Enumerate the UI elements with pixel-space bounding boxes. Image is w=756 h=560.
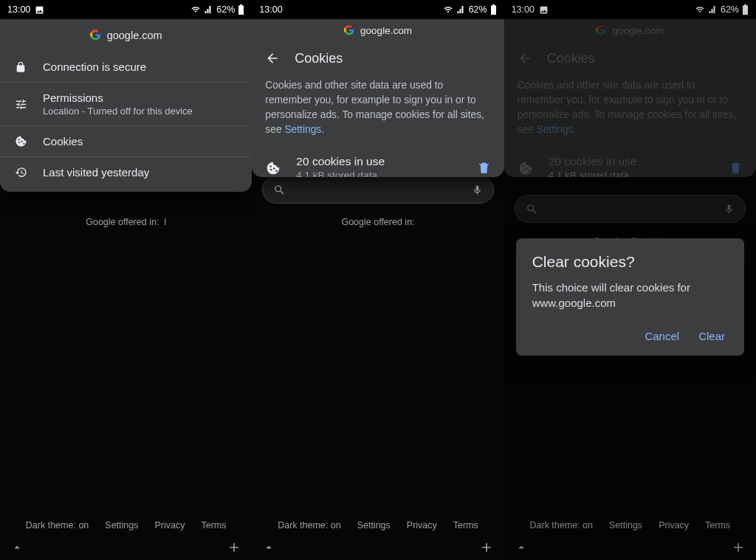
plus-icon[interactable]	[227, 540, 241, 555]
cookies-header: Cookies	[252, 38, 504, 78]
offered-in-text: Google offered in:	[252, 217, 504, 227]
google-favicon-icon	[90, 30, 101, 41]
sheet-header: google.com	[252, 19, 504, 38]
lock-icon	[13, 61, 28, 73]
panel-cookies: 13:00 62% Google offered in: Dark theme:…	[252, 0, 504, 560]
status-bar: 13:00 62%	[252, 0, 504, 19]
bottom-bar	[252, 535, 504, 560]
footer-dark-theme[interactable]: Dark theme: on	[278, 520, 340, 530]
chevron-up-icon[interactable]	[262, 541, 275, 554]
signal-icon	[456, 5, 466, 14]
cookies-sheet: google.com Cookies Cookies and other sit…	[252, 19, 504, 177]
clear-cookies-dialog: Clear cookies? This choice will clear co…	[516, 238, 744, 356]
trash-icon[interactable]	[477, 161, 491, 175]
status-time: 13:00	[7, 4, 30, 15]
cookies-count: 20 cookies in use	[296, 155, 461, 168]
footer-terms[interactable]: Terms	[453, 520, 478, 530]
dialog-title: Clear cookies?	[532, 253, 728, 271]
panel-clear-dialog: 13:00 62% Google	[504, 0, 756, 560]
tune-icon	[13, 98, 28, 111]
mic-icon[interactable]	[472, 184, 483, 196]
permissions-label: Permissions	[43, 91, 238, 104]
cookies-count-row: 20 cookies in use 4.1 kB stored data	[252, 148, 504, 177]
footer-links: Dark theme: on Settings Privacy Terms	[252, 520, 504, 530]
status-time: 13:00	[259, 4, 282, 15]
status-battery: 62%	[216, 4, 235, 15]
clear-button[interactable]: Clear	[698, 330, 725, 342]
battery-icon	[238, 4, 244, 15]
history-icon	[13, 166, 28, 179]
settings-link[interactable]: Settings	[284, 124, 321, 135]
wifi-icon	[443, 5, 453, 14]
plus-icon[interactable]	[479, 540, 494, 555]
cookies-title: Cookies	[295, 51, 343, 66]
cookie-icon	[13, 135, 28, 148]
last-visited-label: Last visited yesterday	[43, 166, 238, 179]
chevron-up-icon[interactable]	[10, 541, 24, 554]
panel-site-info: 13:00 62% Google offered in: l Dark them…	[0, 0, 252, 560]
cookies-size: 4.1 kB stored data	[296, 170, 461, 177]
connection-secure-row[interactable]: Connection is secure	[0, 52, 252, 83]
search-icon	[273, 184, 286, 196]
footer-terms[interactable]: Terms	[201, 520, 226, 530]
footer-privacy[interactable]: Privacy	[154, 520, 185, 530]
cookies-label: Cookies	[43, 135, 238, 148]
footer-privacy[interactable]: Privacy	[407, 520, 437, 530]
back-arrow-icon[interactable]	[265, 51, 280, 66]
footer-dark-theme[interactable]: Dark theme: on	[26, 520, 89, 530]
battery-icon	[490, 4, 497, 15]
last-visited-row[interactable]: Last visited yesterday	[0, 157, 252, 187]
cookies-description: Cookies and other site data are used to …	[252, 78, 504, 148]
permissions-sub: Location - Turned off for this device	[43, 106, 238, 117]
site-info-sheet: google.com Connection is secure Permissi…	[0, 19, 252, 192]
sheet-header: google.com	[0, 19, 252, 52]
bottom-bar	[0, 535, 252, 560]
footer-links: Dark theme: on Settings Privacy Terms	[0, 520, 252, 530]
dialog-body: This choice will clear cookies for www.g…	[532, 280, 728, 311]
footer-settings[interactable]: Settings	[105, 520, 138, 530]
cancel-button[interactable]: Cancel	[645, 330, 679, 342]
status-bar: 13:00 62%	[0, 0, 252, 19]
search-input[interactable]	[262, 176, 493, 204]
google-favicon-icon	[344, 25, 354, 35]
signal-icon	[204, 5, 213, 14]
offered-in-text: Google offered in: l	[0, 217, 252, 227]
footer-settings[interactable]: Settings	[357, 520, 391, 530]
secure-label: Connection is secure	[43, 61, 238, 73]
wifi-icon	[190, 5, 201, 14]
picture-icon	[35, 5, 44, 15]
domain-text: google.com	[360, 25, 412, 36]
cookie-icon	[265, 161, 281, 176]
svg-rect-0	[239, 9, 243, 14]
svg-rect-1	[492, 9, 495, 14]
cookies-row-link[interactable]: Cookies	[0, 126, 252, 157]
status-battery: 62%	[469, 4, 487, 15]
permissions-row[interactable]: Permissions Location - Turned off for th…	[0, 83, 252, 126]
domain-text: google.com	[107, 30, 162, 41]
